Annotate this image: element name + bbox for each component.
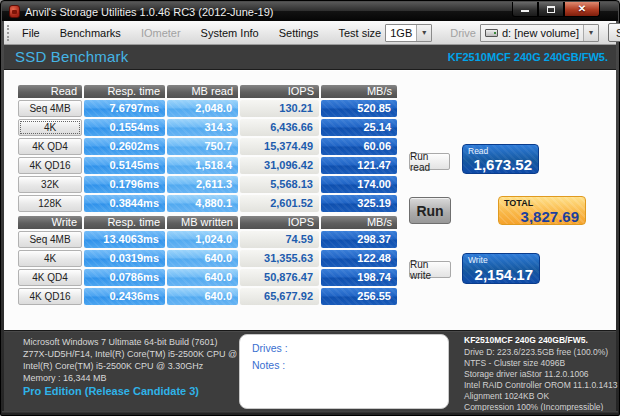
read-row-128k-button[interactable]: 128K: [18, 195, 82, 212]
cell-iops: 5,568.13: [240, 176, 319, 193]
system-info-os: Microsoft Windows 7 Ultimate 64-bit Buil…: [23, 337, 218, 348]
write-score-box: Write 2,154.17: [462, 253, 540, 284]
notes-label: Notes :: [252, 357, 448, 374]
run-read-button[interactable]: Run read: [409, 153, 450, 170]
cell-mb-read: 4,880.1: [167, 195, 238, 212]
write-row-4kqd4-button[interactable]: 4K QD4: [18, 269, 82, 286]
cell-iops: 50,876.47: [240, 269, 319, 286]
device-name: KF2510MCF 240G 240GB/FW5.: [448, 51, 608, 63]
resp-time-col-header: Resp. time: [84, 216, 165, 229]
chevron-down-icon[interactable]: ▾: [583, 25, 598, 41]
cell-mbs: 325.19: [321, 195, 397, 212]
cell-iops: 6,436.66: [240, 119, 319, 136]
mbs-col-header: MB/s: [321, 85, 397, 98]
run-write-button[interactable]: Run write: [409, 261, 451, 278]
chevron-down-icon[interactable]: ▾: [416, 25, 431, 41]
toolbar: File Benchmarks IOmeter System Info Sett…: [4, 21, 616, 45]
test-size-value: 1GB: [386, 27, 416, 39]
cell-iops: 2,601.52: [240, 195, 319, 212]
cell-mb-written: 640.0: [167, 250, 238, 267]
drive-info-driver: Storage driver iaStor 11.2.0.1006: [464, 369, 589, 380]
cell-iops: 31,355.63: [240, 250, 319, 267]
footer-panel: Microsoft Windows 7 Ultimate 64-bit Buil…: [4, 330, 616, 413]
menu-benchmarks[interactable]: Benchmarks: [52, 24, 129, 42]
read-row-4k-button[interactable]: 4K: [18, 119, 82, 136]
cell-resp-time: 0.1554ms: [84, 119, 165, 136]
cell-mbs: 520.85: [321, 100, 397, 117]
read-row-4kqd4-button[interactable]: 4K QD4: [18, 138, 82, 155]
drive-select[interactable]: d: [new volume] ▾: [480, 24, 599, 42]
toolbar-grip-icon: [7, 25, 9, 41]
drive-info-filesystem: NTFS - Cluster size 4096B: [464, 358, 565, 369]
read-row-seq4mb-button[interactable]: Seq 4MB: [18, 100, 82, 117]
iops-col-header: IOPS: [240, 216, 319, 229]
app-window: Anvil's Storage Utilities 1.0.46 RC3 (20…: [0, 0, 620, 416]
window-frame: Anvil's Storage Utilities 1.0.46 RC3 (20…: [0, 0, 620, 416]
cell-resp-time: 0.2436ms: [84, 288, 165, 305]
cell-mbs: 256.55: [321, 288, 397, 305]
total-score-value: 3,827.69: [499, 208, 585, 225]
read-row-32k-button[interactable]: 32K: [18, 176, 82, 193]
total-score-label: TOTAL: [499, 197, 585, 208]
write-row-4k-button[interactable]: 4K: [18, 250, 82, 267]
screenshot-button[interactable]: Screenshot: [608, 23, 620, 42]
cell-resp-time: 0.0319ms: [84, 250, 165, 267]
read-score-label: Read: [463, 145, 538, 156]
cell-resp-time: 0.2602ms: [84, 138, 165, 155]
cell-mb-read: 2,048.0: [167, 100, 238, 117]
cell-iops: 74.59: [240, 231, 319, 248]
close-icon: ✕: [578, 4, 586, 14]
cell-resp-time: 7.6797ms: [84, 100, 165, 117]
test-size-select[interactable]: 1GB ▾: [385, 24, 432, 42]
drives-label: Drives :: [252, 340, 448, 357]
window-controls: ✕: [512, 2, 600, 17]
write-row-4kqd16-button[interactable]: 4K QD16: [18, 288, 82, 305]
cell-mbs: 121.47: [321, 157, 397, 174]
write-table: Write Resp. time MB written IOPS MB/s Se…: [18, 216, 397, 305]
cell-mb-written: 640.0: [167, 288, 238, 305]
menu-settings[interactable]: Settings: [271, 24, 327, 42]
cell-resp-time: 0.0786ms: [84, 269, 165, 286]
minimize-button[interactable]: [512, 2, 538, 17]
close-button[interactable]: ✕: [564, 2, 600, 17]
drive-info-alignment: Alignment 1024KB OK: [464, 391, 549, 402]
cell-mb-read: 314.3: [167, 119, 238, 136]
maximize-icon: [547, 6, 555, 13]
drive-info-controller: Intel RAID Controller OROM 11.1.0.1413: [464, 380, 617, 391]
read-score-value: 1,673.52: [463, 156, 538, 173]
drive-info-title: KF2510MCF 240G 240GB/FW5.: [464, 335, 588, 346]
write-score-value: 2,154.17: [463, 265, 539, 283]
menu-system-info[interactable]: System Info: [193, 24, 267, 42]
mb-read-col-header: MB read: [167, 85, 238, 98]
cell-resp-time: 13.4063ms: [84, 231, 165, 248]
write-col-header: Write: [18, 216, 82, 229]
cell-mb-read: 750.7: [167, 138, 238, 155]
read-col-header: Read: [18, 85, 82, 98]
window-title: Anvil's Storage Utilities 1.0.46 RC3 (20…: [25, 6, 274, 18]
read-row-4kqd16-button[interactable]: 4K QD16: [18, 157, 82, 174]
edition-label: Pro Edition (Release Candidate 3): [23, 385, 199, 397]
mb-written-col-header: MB written: [167, 216, 238, 229]
run-button[interactable]: Run: [409, 197, 451, 224]
cell-resp-time: 0.1796ms: [84, 176, 165, 193]
test-size-label: Test size: [330, 24, 385, 42]
cell-mbs: 174.00: [321, 176, 397, 193]
maximize-button[interactable]: [538, 2, 564, 17]
title-bar[interactable]: Anvil's Storage Utilities 1.0.46 RC3 (20…: [2, 2, 618, 21]
cell-mb-written: 640.0: [167, 269, 238, 286]
drives-notes-box[interactable]: Drives : Notes :: [239, 334, 449, 409]
cell-iops: 130.21: [240, 100, 319, 117]
mbs-col-header: MB/s: [321, 216, 397, 229]
cell-mbs: 198.74: [321, 269, 397, 286]
menu-file[interactable]: File: [14, 24, 48, 42]
system-info-board: Z77X-UD5H/F14, Intel(R) Core(TM) i5-2500…: [23, 349, 275, 360]
cell-mb-read: 2,611.3: [167, 176, 238, 193]
app-icon: [9, 5, 20, 18]
iops-col-header: IOPS: [240, 85, 319, 98]
read-score-box: Read 1,673.52: [462, 144, 539, 174]
cell-mbs: 298.37: [321, 231, 397, 248]
write-row-seq4mb-button[interactable]: Seq 4MB: [18, 231, 82, 248]
cell-iops: 15,374.49: [240, 138, 319, 155]
cell-iops: 31,096.42: [240, 157, 319, 174]
read-table: Read Resp. time MB read IOPS MB/s Seq 4M…: [18, 85, 397, 212]
